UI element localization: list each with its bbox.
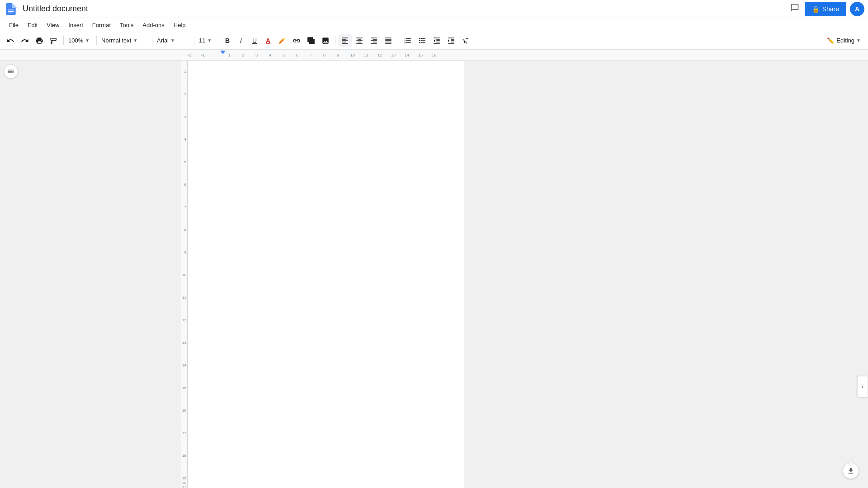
align-center-button[interactable] — [353, 34, 366, 47]
v-ruler-mark: 2 — [184, 92, 186, 96]
v-ruler-mark: 4 — [184, 137, 186, 141]
ruler-mark: 8 — [323, 53, 326, 57]
header-right: 🔒 Share A — [788, 1, 864, 16]
menu-edit[interactable]: Edit — [24, 20, 41, 30]
menu-addons[interactable]: Add-ons — [139, 20, 168, 30]
divider-4 — [194, 36, 194, 45]
font-value: Arial — [157, 37, 169, 44]
app-logo[interactable] — [4, 2, 18, 16]
undo-button[interactable] — [4, 34, 17, 47]
v-ruler-mark: 21 — [182, 485, 186, 488]
zoom-select[interactable]: 100% ▼ — [66, 36, 94, 45]
v-ruler-mark: 3 — [184, 115, 186, 119]
ruler-mark: 12 — [377, 53, 382, 57]
ruler-content: -2 -1 1 2 3 4 5 6 7 8 9 10 11 12 13 14 1… — [188, 50, 459, 60]
menu-file[interactable]: File — [5, 20, 22, 30]
menu-view[interactable]: View — [43, 20, 63, 30]
v-ruler-mark: 12 — [182, 318, 186, 322]
menu-tools[interactable]: Tools — [116, 20, 137, 30]
vertical-ruler: 1 2 3 4 5 6 7 8 9 10 11 12 13 14 15 16 1… — [181, 61, 188, 488]
right-margin — [464, 61, 868, 488]
indent-left-marker[interactable] — [220, 51, 226, 54]
font-size-select[interactable]: 11 ▼ — [197, 36, 215, 45]
decrease-indent-button[interactable] — [430, 34, 443, 47]
menu-insert[interactable]: Insert — [65, 20, 87, 30]
clear-formatting-button[interactable] — [459, 34, 472, 47]
ruler-mark: 15 — [418, 53, 423, 57]
ordered-list-button[interactable] — [401, 34, 415, 47]
v-ruler-mark: 15 — [182, 386, 186, 390]
zoom-value: 100% — [68, 37, 83, 44]
v-ruler-mark: 1 — [184, 70, 186, 74]
pencil-icon: ✏️ — [827, 37, 835, 44]
divider-5 — [218, 36, 218, 45]
v-ruler-mark: 19 — [182, 476, 186, 480]
share-label: Share — [822, 5, 839, 13]
menu-format[interactable]: Format — [89, 20, 114, 30]
ruler-mark: -1 — [201, 53, 205, 57]
ruler-mark: 11 — [364, 53, 368, 57]
menu-help[interactable]: Help — [170, 20, 189, 30]
unordered-list-button[interactable] — [415, 34, 429, 47]
title-bar: Untitled document 🔒 Share A — [0, 0, 868, 18]
outline-button[interactable] — [4, 64, 18, 79]
link-button[interactable] — [290, 34, 303, 47]
v-ruler-mark: 7 — [184, 205, 186, 209]
ruler-mark: 13 — [391, 53, 396, 57]
style-arrow: ▼ — [133, 38, 137, 43]
increase-indent-button[interactable] — [444, 34, 458, 47]
ruler-mark: 3 — [255, 53, 258, 57]
comment-button[interactable] — [788, 1, 801, 16]
divider-6 — [335, 36, 335, 45]
bold-button[interactable]: B — [221, 34, 234, 47]
v-ruler-mark: 5 — [184, 160, 186, 164]
main-layout: 1 2 3 4 5 6 7 8 9 10 11 12 13 14 15 16 1… — [0, 61, 868, 488]
ruler-mark: 4 — [269, 53, 271, 57]
divider-7 — [398, 36, 398, 45]
toolbar: 100% ▼ Normal text ▼ Arial ▼ 11 ▼ B I U … — [0, 32, 868, 50]
v-ruler-mark: 6 — [184, 183, 186, 187]
align-left-button[interactable] — [338, 34, 352, 47]
v-ruler-mark: 17 — [182, 431, 186, 435]
text-color-button[interactable]: A — [262, 34, 274, 47]
ruler-mark: 7 — [310, 53, 312, 57]
redo-button[interactable] — [18, 34, 32, 47]
image-button[interactable] — [319, 34, 332, 47]
font-select[interactable]: Arial ▼ — [155, 36, 191, 45]
expand-sidebar-button[interactable] — [857, 376, 868, 398]
svg-rect-0 — [8, 9, 14, 10]
ruler-mark: 2 — [242, 53, 244, 57]
underline-button[interactable]: U — [248, 34, 261, 47]
user-avatar[interactable]: A — [850, 2, 864, 16]
v-ruler-mark: 10 — [182, 273, 186, 277]
insert-comment-button[interactable] — [304, 34, 318, 47]
justify-button[interactable] — [382, 34, 395, 47]
share-button[interactable]: 🔒 Share — [805, 2, 846, 16]
font-size-arrow: ▼ — [207, 38, 212, 43]
ruler-mark: 9 — [337, 53, 339, 57]
editing-mode-selector[interactable]: ✏️ Editing ▼ — [823, 36, 864, 45]
v-ruler-mark: 18 — [182, 454, 186, 458]
align-right-button[interactable] — [367, 34, 381, 47]
ruler-mark: 14 — [405, 53, 409, 57]
v-ruler-mark: 13 — [182, 341, 186, 345]
italic-button[interactable]: I — [235, 34, 247, 47]
editing-mode-arrow: ▼ — [856, 38, 861, 43]
v-ruler-mark: 16 — [182, 408, 186, 413]
paint-format-button[interactable] — [47, 34, 61, 47]
save-to-drive-button[interactable] — [843, 463, 859, 479]
font-arrow: ▼ — [170, 38, 175, 43]
v-ruler-mark: 20 — [182, 481, 186, 485]
lock-icon: 🔒 — [812, 5, 820, 13]
style-select[interactable]: Normal text ▼ — [99, 36, 149, 45]
document-area[interactable] — [188, 61, 464, 488]
ruler-mark: 6 — [296, 53, 298, 57]
ruler-mark: 16 — [432, 53, 436, 57]
svg-rect-2 — [8, 13, 12, 13]
doc-title[interactable]: Untitled document — [23, 4, 788, 14]
highlight-button[interactable] — [275, 34, 289, 47]
ruler: -2 -1 1 2 3 4 5 6 7 8 9 10 11 12 13 14 1… — [0, 50, 868, 61]
ruler-mark: 1 — [228, 53, 231, 57]
print-button[interactable] — [33, 34, 46, 47]
svg-rect-1 — [8, 11, 14, 11]
